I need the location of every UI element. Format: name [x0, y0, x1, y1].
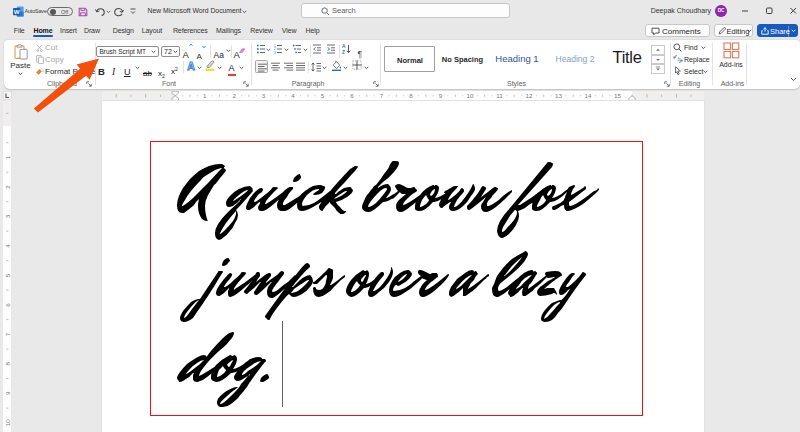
document-text[interactable]	[102, 101, 704, 432]
text-highlight-button[interactable]	[205, 60, 215, 71]
text-effects-glyph: A	[187, 60, 195, 71]
hanging-indent-marker[interactable]	[172, 95, 178, 99]
subscript-button[interactable]: x2	[158, 62, 165, 80]
clear-formatting-button[interactable]: A	[234, 44, 240, 62]
ribbon: Paste Cut Copy Format Painter Clipboard …	[4, 40, 800, 89]
undo-icon[interactable]	[95, 7, 106, 17]
styles-more-button[interactable]	[651, 64, 665, 74]
font-color-dropdown-icon[interactable]	[239, 66, 244, 70]
multilevel-dropdown-icon[interactable]	[303, 48, 308, 52]
bullets-button[interactable]	[257, 44, 265, 54]
svg-text:14: 14	[584, 92, 591, 99]
document-title[interactable]: New Microsoft Word Document	[148, 0, 242, 22]
multilevel-list-button[interactable]	[293, 44, 301, 54]
styles-scroll-down[interactable]	[651, 55, 665, 65]
group-separator	[251, 43, 252, 85]
sort-button[interactable]: AZ	[342, 44, 351, 54]
style-no-spacing-label: No Spacing	[440, 55, 485, 64]
style-title[interactable]: Title	[605, 46, 649, 72]
svg-text:Z: Z	[342, 49, 345, 53]
comment-icon	[651, 27, 660, 36]
underline-dropdown-icon[interactable]	[135, 66, 140, 70]
autosave-toggle[interactable]: Off	[47, 7, 73, 16]
align-left-button[interactable]	[255, 60, 268, 73]
superscript-button[interactable]: x2	[171, 60, 178, 78]
replace-button[interactable]: Replace	[684, 55, 710, 65]
shading-button[interactable]	[331, 60, 342, 71]
quick-access-toolbar-customize-icon[interactable]	[130, 8, 136, 15]
style-no-spacing[interactable]: No Spacing	[440, 46, 485, 72]
title-dropdown-icon[interactable]	[242, 10, 247, 14]
vertical-ruler[interactable]: 12345678910	[3, 101, 12, 432]
borders-button[interactable]	[352, 60, 362, 70]
save-icon[interactable]	[78, 7, 88, 17]
styles-scroll-up[interactable]	[651, 45, 665, 55]
minimize-button[interactable]	[738, 0, 752, 22]
text-effects-button[interactable]: A	[186, 60, 196, 71]
find-dropdown-icon[interactable]	[701, 46, 706, 50]
find-button[interactable]: Find	[684, 43, 698, 53]
shading-dropdown-icon[interactable]	[343, 66, 348, 70]
increase-indent-button[interactable]	[327, 44, 335, 54]
font-dialog-launcher[interactable]	[243, 81, 249, 87]
close-button[interactable]	[786, 0, 800, 22]
maximize-button[interactable]	[762, 0, 776, 22]
numbering-dropdown-icon[interactable]	[284, 48, 289, 52]
line-spacing-button[interactable]	[311, 62, 321, 72]
numbering-button[interactable]: 123	[274, 44, 282, 54]
search-box[interactable]: Search	[301, 3, 510, 18]
grow-font-glyph: A	[183, 49, 189, 60]
style-title-label: Title	[605, 48, 649, 67]
avatar[interactable]: DC	[715, 5, 727, 17]
style-heading-2-label: Heading 2	[549, 54, 601, 64]
tab-selector[interactable]	[3, 91, 12, 100]
first-line-indent-marker[interactable]	[172, 91, 178, 96]
word-logo: W	[13, 6, 24, 17]
justify-button[interactable]	[296, 62, 305, 71]
style-heading-1[interactable]: Heading 1	[491, 46, 543, 72]
superscript-digit: 2	[175, 66, 178, 72]
decrease-indent-button[interactable]	[313, 44, 321, 54]
share-button[interactable]: Share	[757, 24, 799, 37]
undo-dropdown-icon[interactable]	[106, 10, 111, 14]
svg-text:2: 2	[232, 92, 236, 99]
redo-icon[interactable]	[113, 7, 124, 17]
add-ins-button[interactable]: Add-ins	[716, 41, 746, 75]
text-effects-dropdown-icon[interactable]	[197, 66, 202, 70]
horizontal-ruler[interactable]: 123456789101112131415	[102, 91, 704, 101]
select-button[interactable]: Select	[684, 67, 703, 77]
text-highlight-dropdown-icon[interactable]	[217, 66, 222, 70]
line-spacing-dropdown-icon[interactable]	[322, 66, 327, 70]
group-separator	[380, 43, 381, 85]
paragraph-group-label: Paragraph	[278, 79, 338, 88]
paragraph-dialog-launcher[interactable]	[373, 81, 379, 87]
align-center-button[interactable]	[271, 62, 280, 71]
change-case-button[interactable]: Aa	[214, 44, 224, 62]
comments-button[interactable]: Comments	[645, 24, 710, 37]
user-name[interactable]: Deepak Choudhary	[651, 0, 711, 22]
document-page[interactable]	[102, 101, 704, 432]
underline-button[interactable]: U	[124, 61, 131, 79]
tab-help[interactable]: Help	[283, 22, 343, 40]
select-dropdown-icon[interactable]	[703, 70, 708, 74]
borders-dropdown-icon[interactable]	[364, 66, 369, 70]
find-icon	[673, 43, 682, 52]
align-right-button[interactable]	[284, 62, 293, 71]
paste-icon	[14, 44, 28, 60]
font-color-button[interactable]: A	[228, 62, 237, 80]
style-heading-2[interactable]: Heading 2	[549, 46, 601, 72]
collapse-ribbon-icon[interactable]	[790, 77, 797, 82]
autosave-label: AutoSave	[25, 0, 47, 22]
font-size-combo[interactable]: 72	[161, 46, 180, 57]
style-normal[interactable]: Normal	[384, 46, 435, 72]
svg-text:13: 13	[555, 92, 562, 99]
right-indent-marker[interactable]	[629, 95, 635, 99]
annotation-arrow	[28, 50, 106, 120]
shrink-font-button[interactable]: A	[197, 45, 202, 63]
italic-button[interactable]: I	[112, 61, 115, 79]
bullets-dropdown-icon[interactable]	[266, 48, 271, 52]
styles-group-label: Styles	[487, 79, 547, 88]
editing-mode-button[interactable]: Editing	[714, 24, 753, 37]
strikethrough-button[interactable]: ab	[143, 62, 152, 80]
show-hide-marks-button[interactable]: ¶	[358, 43, 363, 61]
